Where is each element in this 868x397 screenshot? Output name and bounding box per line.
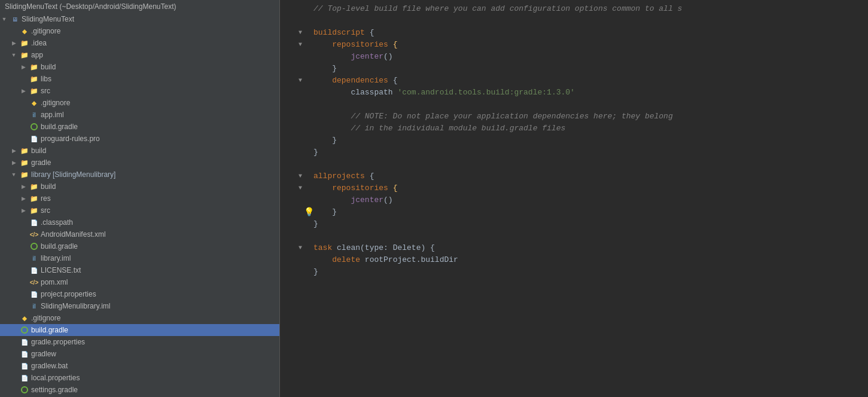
file-icon-license-txt: 📄 [29,265,39,275]
file-icon-pom-xml: </> [29,277,39,287]
sidebar-item-classpath[interactable]: 📄 .classpath [0,216,279,228]
file-icon-library-build: 📁 [29,182,39,191]
sidebar-item-build-gradle-root[interactable]: build.gradle [0,324,279,336]
sidebar-item-app[interactable]: ▼ 📁 app [0,49,279,61]
file-icon-project-properties: 📄 [29,289,39,299]
sidebar-item-settings-gradle[interactable]: settings.gradle [0,384,279,396]
file-icon-src: 📁 [29,86,39,96]
quick-fix-bulb[interactable]: 💡 [304,207,314,217]
fold-arrow[interactable]: ▼ [297,245,304,251]
file-label-libs: libs [41,75,51,83]
comment-text: // Top-level build file where you can ad… [313,4,682,13]
file-icon-gradlew: 📄 [20,349,29,359]
expand-arrow[interactable]: ▶ [19,184,28,190]
file-label-license-txt: LICENSE.txt [41,266,81,274]
file-icon-build-gradle-lib [29,242,39,251]
file-label-build-dir: build [31,146,46,155]
sidebar-item-build-gradle-app[interactable]: build.gradle [0,121,279,133]
comment-text: // NOTE: Do not place your application d… [313,112,673,121]
collapse-arrow[interactable]: ▼ [10,52,18,58]
sidebar-title: SlidingMenuText (~Desktop/Android/Slidin… [0,0,279,13]
sidebar-item-library-build[interactable]: ▶ 📁 build [0,181,279,193]
file-icon-settings-gradle [20,385,29,395]
sidebar-item-app-iml[interactable]: iI app.iml [0,109,279,121]
code-line-19: } [280,218,868,230]
file-label-library-src: src [41,206,50,215]
file-label-idea: .idea [31,39,47,47]
code-line-7: ▼ dependencies { [280,74,868,86]
sidebar-item-gradle-dir[interactable]: ▶ 📁 gradle [0,157,279,169]
sidebar-item-gradlew-bat[interactable]: 📄 gradlew.bat [0,360,279,372]
file-icon-proguard-rules: 📄 [29,134,39,143]
code-line-23: } [280,265,868,277]
sidebar-item-local-properties[interactable]: 📄 local.properties [0,372,279,384]
line-content: // in the individual module build.gradle… [313,124,863,133]
file-label-settings-gradle: settings.gradle [31,386,78,394]
sidebar-item-build-dir[interactable]: ▶ 📁 build [0,145,279,157]
code-line-17: jcenter() [280,194,868,206]
sidebar-item-sliding-menu-library-iml[interactable]: iI SlidingMenulibrary.iml [0,300,279,312]
sidebar-item-gitignore-root2[interactable]: ◆ .gitignore [0,312,279,324]
sidebar-item-build[interactable]: ▶ 📁 build [0,61,279,73]
sidebar-item-gradle-properties[interactable]: 📄 gradle.properties [0,336,279,348]
file-icon-build: 📁 [29,62,39,72]
expand-arrow[interactable]: ▶ [19,207,28,213]
sidebar-item-library[interactable]: ▼ 📁 library [SlidingMenulibrary] [0,169,279,181]
line-content [313,160,863,169]
fold-arrow[interactable]: ▼ [297,185,304,191]
sidebar-item-gitignore-root[interactable]: ◆ .gitignore [0,25,279,37]
fold-arrow[interactable]: ▼ [297,173,304,179]
code-line-13: } [280,146,868,158]
file-label-gradlew-bat: gradlew.bat [31,362,68,370]
code-line-14 [280,158,868,170]
expand-arrow[interactable]: ▶ [19,196,28,201]
code-line-18: 💡 } [280,206,868,218]
sidebar-item-src[interactable]: ▶ 📁 src [0,85,279,97]
file-icon-library-src: 📁 [29,206,39,215]
code-line-16: ▼ repositories { [280,182,868,194]
code-line-4: ▼ repositories { [280,38,868,50]
code-line-12: } [280,134,868,146]
file-label-gradle-dir: gradle [31,158,51,167]
fold-arrow[interactable]: ▼ [297,29,304,36]
file-icon-local-properties: 📄 [20,373,29,383]
sidebar-item-sliding-menu-text-root[interactable]: ▼ 🖥 SlidingMenuText [0,13,279,25]
code-line-3: ▼ buildscript { [280,26,868,38]
sidebar-item-project-properties[interactable]: 📄 project.properties [0,288,279,300]
file-label-pom-xml: pom.xml [41,278,68,286]
sidebar-item-pom-xml[interactable]: </> pom.xml [0,276,279,288]
sidebar-item-gradlew[interactable]: 📄 gradlew [0,348,279,360]
file-label-build: build [41,63,56,71]
sidebar-item-library-src[interactable]: ▶ 📁 src [0,204,279,216]
file-icon-build-gradle-app [29,122,39,132]
file-icon-library-iml: iI [29,254,39,263]
sidebar-item-gitignore-app[interactable]: ◆ .gitignore [0,97,279,109]
fold-arrow[interactable]: ▼ [297,77,304,84]
sidebar-item-license-txt[interactable]: 📄 LICENSE.txt [0,264,279,276]
expand-arrow[interactable]: ▶ [10,160,18,166]
expand-arrow[interactable]: ▶ [19,64,28,70]
string-literal: 'com.android.tools.build:gradle:1.3.0' [397,88,574,97]
file-icon-build-dir: 📁 [20,146,29,155]
sidebar-item-proguard-rules[interactable]: 📄 proguard-rules.pro [0,133,279,145]
file-icon-classpath: 📄 [29,218,39,227]
sidebar-item-library-res[interactable]: ▶ 📁 res [0,193,279,204]
file-icon-library: 📁 [20,170,29,179]
code-editor[interactable]: // Top-level build file where you can ad… [280,0,868,397]
sidebar-item-library-iml[interactable]: iI library.iml [0,252,279,264]
collapse-arrow[interactable]: ▼ [10,172,18,178]
comment-text: // in the individual module build.gradle… [313,124,565,133]
file-tree-sidebar[interactable]: SlidingMenuText (~Desktop/Android/Slidin… [0,0,280,397]
sidebar-item-build-gradle-lib[interactable]: build.gradle [0,240,279,252]
expand-arrow[interactable]: ▶ [19,88,28,94]
collapse-arrow[interactable]: ▼ [0,16,8,22]
file-icon-gradle-properties: 📄 [20,337,29,347]
expand-arrow[interactable]: ▶ [10,40,18,46]
fold-arrow[interactable]: ▼ [297,41,304,48]
file-label-project-properties: project.properties [41,290,96,298]
sidebar-item-android-manifest[interactable]: </> AndroidManifest.xml [0,228,279,240]
expand-arrow[interactable]: ▶ [10,148,18,154]
line-content: // NOTE: Do not place your application d… [313,112,863,121]
sidebar-item-libs[interactable]: 📁 libs [0,73,279,85]
sidebar-item-idea[interactable]: ▶ 📁 .idea [0,37,279,49]
